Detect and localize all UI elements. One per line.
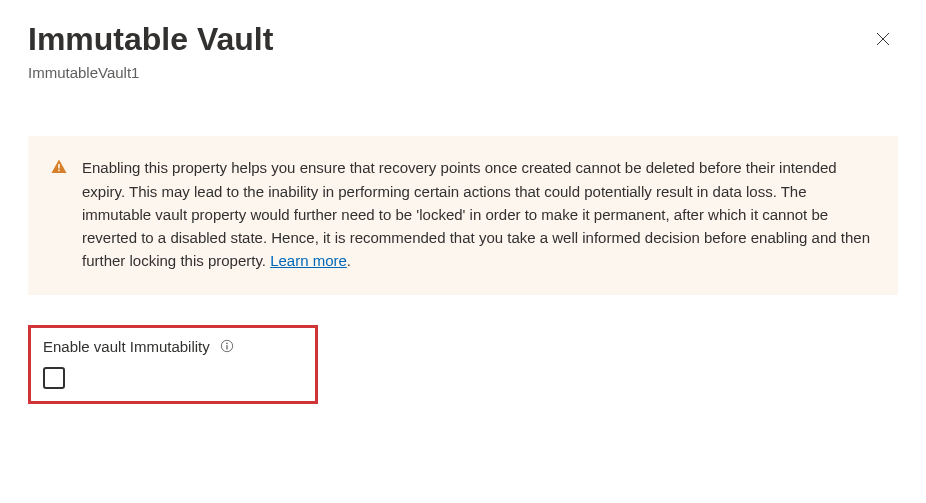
- learn-more-link[interactable]: Learn more: [270, 252, 347, 269]
- panel-header: Immutable Vault: [28, 20, 898, 58]
- checkbox-label-row: Enable vault Immutability: [43, 338, 303, 355]
- svg-point-3: [226, 343, 228, 345]
- svg-rect-1: [58, 170, 60, 172]
- close-icon: [874, 30, 892, 51]
- close-button[interactable]: [868, 24, 898, 57]
- page-title: Immutable Vault: [28, 20, 273, 58]
- checkbox-label: Enable vault Immutability: [43, 338, 210, 355]
- warning-banner: Enabling this property helps you ensure …: [28, 136, 898, 294]
- enable-immutability-section: Enable vault Immutability: [28, 325, 318, 404]
- warning-text: Enabling this property helps you ensure …: [82, 159, 870, 269]
- svg-rect-0: [58, 164, 60, 169]
- vault-name-subtitle: ImmutableVault1: [28, 64, 898, 81]
- svg-rect-4: [226, 345, 227, 349]
- enable-immutability-checkbox[interactable]: [43, 367, 65, 389]
- warning-icon: [50, 158, 68, 180]
- info-icon[interactable]: [220, 339, 234, 353]
- warning-text-container: Enabling this property helps you ensure …: [82, 156, 874, 272]
